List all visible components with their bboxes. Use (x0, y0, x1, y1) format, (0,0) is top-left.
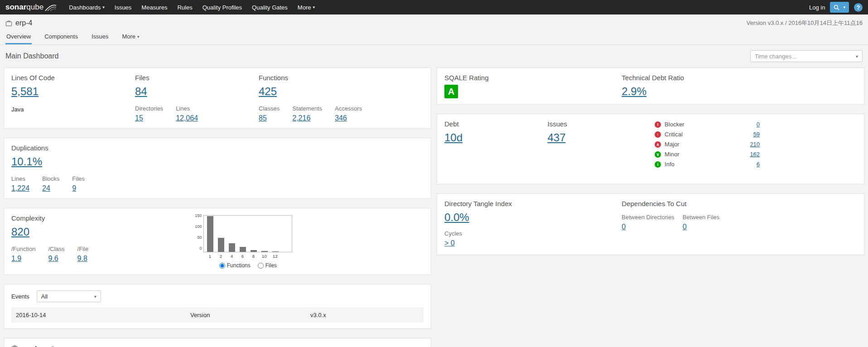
logo-swoosh-icon (45, 3, 57, 12)
statements-value[interactable]: 2,216 (292, 114, 310, 122)
nav-item-issues[interactable]: Issues (110, 0, 137, 14)
search-button[interactable]: ▾ (830, 2, 849, 13)
version-info: Version v3.0.x / 2016年10月14日上午11点16 (747, 19, 863, 27)
tab-label: Issues (92, 33, 109, 40)
tab-components[interactable]: Components (43, 29, 79, 44)
accessors-value[interactable]: 346 (335, 114, 347, 122)
event-description: v3.0.x (310, 312, 419, 318)
technical-debt-ratio-value[interactable]: 2.9% (622, 85, 646, 98)
major-count[interactable]: 210 (750, 141, 760, 148)
per-file-value[interactable]: 9.8 (77, 255, 87, 263)
metric-between-directories: Between Directories 0 (622, 214, 674, 231)
metric-classes: Classes 85 (259, 105, 280, 122)
duplications-value[interactable]: 10.1% (11, 155, 42, 168)
tab-overview[interactable]: Overview (5, 29, 32, 44)
debt-value[interactable]: 10d (444, 131, 463, 144)
description-project-key: erp-2 (42, 345, 54, 347)
info-count[interactable]: 6 (757, 161, 760, 168)
chart-x-tick: 1 (207, 254, 213, 259)
metric-per-function: /Function 1.9 (11, 246, 35, 263)
metric-accessors: Accessors 346 (335, 105, 362, 122)
events-filter-select[interactable]: All ▾ (37, 290, 101, 302)
left-column: Lines Of Code 5,581 Java Files 84 Direct… (4, 67, 431, 347)
tab-more[interactable]: More▾ (121, 29, 140, 44)
between-files-value[interactable]: 0 (683, 223, 687, 231)
debt-issues-widget: Debt 10d Issues 437 ! Blocker 0 ↑ Critic… (437, 114, 864, 184)
per-function-value[interactable]: 1.9 (11, 255, 21, 263)
critical-count[interactable]: 59 (753, 131, 760, 138)
nav-item-dashboards[interactable]: Dashboards▾ (64, 0, 110, 14)
lines-value[interactable]: 12,064 (176, 114, 198, 122)
tab-issues[interactable]: Issues (91, 29, 110, 44)
files-value[interactable]: 84 (135, 85, 147, 98)
duplications-widget: Duplications 10.1% Lines 1,224 Blocks 24… (4, 138, 431, 199)
metric-label: Lines (176, 105, 198, 112)
metric-statements: Statements 2,216 (292, 105, 322, 122)
metric-label: Statements (292, 105, 322, 112)
nav-item-label: Dashboards (69, 4, 101, 11)
severity-name: Critical (665, 131, 683, 138)
nav-item-measures[interactable]: Measures (136, 0, 172, 14)
issues-value[interactable]: 437 (548, 131, 566, 144)
chart-x-tick: 6 (239, 254, 246, 259)
lines-of-code-block: Lines Of Code 5,581 Java (11, 74, 135, 122)
radio-functions-input[interactable] (219, 263, 225, 269)
cycles-label: Cycles (444, 230, 622, 237)
right-column: SQALE Rating A Technical Debt Ratio 2.9%… (437, 67, 864, 255)
severity-row-major: ∧ Major 210 (655, 141, 760, 148)
chart-x-tick: 4 (228, 254, 235, 259)
directory-tangle-block: Directory Tangle Index 0.0% Cycles > 0 (444, 200, 622, 247)
dup-files-value[interactable]: 9 (72, 184, 76, 193)
metric-label: Between Files (683, 214, 720, 221)
chart-bar (229, 243, 235, 252)
chevron-down-icon: ▾ (137, 34, 140, 39)
severity-row-info: i Info 6 (655, 161, 760, 168)
directories-value[interactable]: 15 (135, 114, 143, 122)
nav-item-label: Quality Profiles (203, 4, 242, 11)
radio-functions[interactable]: Functions (219, 262, 251, 269)
nav-item-rules[interactable]: Rules (172, 0, 197, 14)
widget-title: Functions (259, 74, 424, 82)
sonarqube-logo[interactable]: sonarqube (5, 3, 57, 12)
metric-lines: Lines 12,064 (176, 105, 198, 122)
radio-files[interactable]: Files (258, 262, 277, 269)
dup-blocks-value[interactable]: 24 (42, 184, 50, 193)
radio-label: Files (265, 262, 277, 269)
severity-name: Minor (665, 151, 680, 158)
nav-item-quality-gates[interactable]: Quality Gates (247, 0, 293, 14)
dup-lines-value[interactable]: 1,224 (11, 184, 29, 193)
sqale-rating-badge[interactable]: A (444, 85, 458, 98)
severity-name: Blocker (665, 121, 684, 128)
between-directories-value[interactable]: 0 (622, 223, 626, 231)
top-navbar: sonarqube Dashboards▾ Issues Measures Ru… (0, 0, 868, 14)
widget-title: Technical Debt Ratio (622, 74, 857, 82)
metric-dup-blocks: Blocks 24 (42, 175, 59, 193)
help-button[interactable]: ? (854, 3, 863, 12)
chart-y-tick: 50 (197, 235, 202, 240)
metric-label: Classes (259, 105, 280, 112)
cycles-value[interactable]: > 0 (444, 239, 455, 247)
classes-value[interactable]: 85 (259, 114, 267, 122)
nav-item-label: Measures (141, 4, 167, 11)
radio-label: Functions (227, 262, 251, 269)
per-class-value[interactable]: 9.6 (48, 255, 58, 263)
tangle-index-value[interactable]: 0.0% (444, 211, 469, 224)
blocker-count[interactable]: 0 (757, 121, 760, 128)
nav-item-quality-profiles[interactable]: Quality Profiles (198, 0, 247, 14)
complexity-value[interactable]: 820 (11, 226, 29, 238)
login-link[interactable]: Log in (809, 4, 825, 11)
chart-x-tick: 2 (217, 254, 224, 259)
description-project-name: erp-4 (21, 344, 37, 347)
lines-of-code-value[interactable]: 5,581 (11, 85, 39, 98)
event-date: 2016-10-14 (16, 312, 190, 318)
nav-item-more[interactable]: More▾ (293, 0, 320, 14)
time-changes-select[interactable]: Time changes... ▾ (750, 50, 863, 62)
radio-files-input[interactable] (258, 263, 264, 269)
minor-count[interactable]: 162 (750, 151, 760, 158)
chevron-down-icon: ▾ (94, 294, 96, 299)
chart-x-tick: 12 (272, 254, 278, 259)
metric-label: /Class (48, 246, 64, 252)
functions-value[interactable]: 425 (259, 85, 277, 98)
chart-bar (240, 247, 246, 252)
metric-directories: Directories 15 (135, 105, 163, 122)
